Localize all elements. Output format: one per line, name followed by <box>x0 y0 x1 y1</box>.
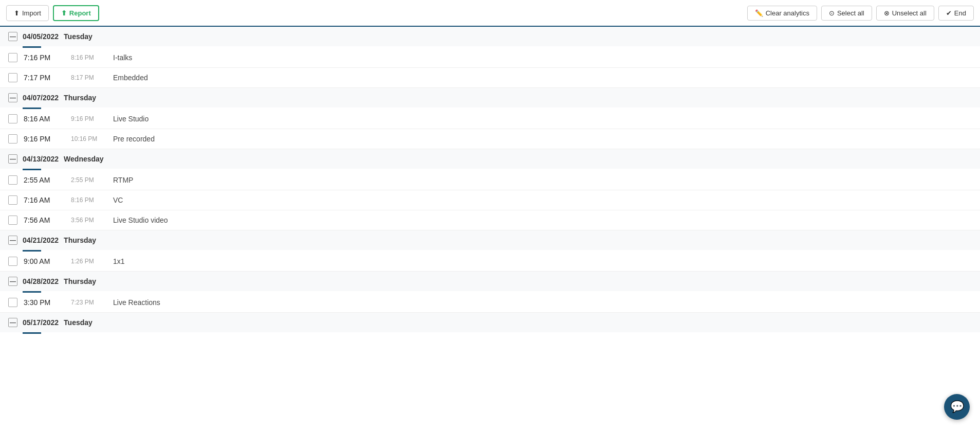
session-end-time: 7:23 PM <box>71 299 107 306</box>
group-header-g4[interactable]: — 04/21/2022 Thursday <box>0 230 980 250</box>
group-day: Wednesday <box>64 155 104 163</box>
session-checkbox[interactable] <box>8 195 17 205</box>
session-end-time: 8:17 PM <box>71 74 107 81</box>
select-all-icon: ⊙ <box>829 9 835 17</box>
content-area: — 04/05/2022 Tuesday 7:16 PM 8:16 PM I-t… <box>0 27 980 334</box>
session-name: I-talks <box>113 53 132 62</box>
session-checkbox[interactable] <box>8 298 17 307</box>
group-header-g5[interactable]: — 04/28/2022 Thursday <box>0 272 980 291</box>
session-end-time: 3:56 PM <box>71 217 107 224</box>
group-day: Tuesday <box>64 32 93 41</box>
session-start-time: 7:16 AM <box>24 196 65 204</box>
group-header-g6[interactable]: — 05/17/2022 Tuesday <box>0 313 980 332</box>
group-date: 04/07/2022 <box>23 94 59 102</box>
session-start-time: 8:16 AM <box>24 115 65 123</box>
collapse-icon: — <box>8 318 17 327</box>
session-start-time: 2:55 AM <box>24 176 65 184</box>
session-name: Live Studio <box>113 115 149 123</box>
session-name: Pre recorded <box>113 135 155 143</box>
session-name: Live Studio video <box>113 216 168 224</box>
group-date: 04/21/2022 <box>23 236 59 244</box>
toolbar: ⬆ Import ⬆ Report ✏️ Clear analytics ⊙ S… <box>0 0 980 27</box>
group-date: 05/17/2022 <box>23 318 59 327</box>
clear-analytics-label: Clear analytics <box>766 9 809 17</box>
session-name: Embedded <box>113 74 148 82</box>
select-all-button[interactable]: ⊙ Select all <box>821 6 872 21</box>
table-row: 7:16 PM 8:16 PM I-talks <box>0 48 980 68</box>
session-end-time: 8:16 PM <box>71 196 107 204</box>
session-end-time: 2:55 PM <box>71 176 107 184</box>
clear-analytics-button[interactable]: ✏️ Clear analytics <box>747 6 817 21</box>
session-start-time: 7:17 PM <box>24 74 65 82</box>
collapse-icon: — <box>8 32 17 41</box>
group-underline-g6 <box>23 332 41 334</box>
table-row: 7:56 AM 3:56 PM Live Studio video <box>0 210 980 230</box>
report-label: Report <box>69 9 91 17</box>
group-day: Thursday <box>64 94 96 102</box>
group-date: 04/13/2022 <box>23 155 59 163</box>
group-date: 04/05/2022 <box>23 32 59 41</box>
group-date: 04/28/2022 <box>23 277 59 285</box>
unselect-all-label: Unselect all <box>892 9 927 17</box>
end-label: End <box>954 9 966 17</box>
import-button[interactable]: ⬆ Import <box>6 5 49 21</box>
session-end-time: 9:16 PM <box>71 115 107 122</box>
toolbar-right: ✏️ Clear analytics ⊙ Select all ⊗ Unsele… <box>747 6 974 21</box>
session-name: Live Reactions <box>113 298 160 307</box>
unselect-all-icon: ⊗ <box>884 9 890 17</box>
group-day: Tuesday <box>64 318 93 327</box>
session-checkbox[interactable] <box>8 175 17 185</box>
group-header-g1[interactable]: — 04/05/2022 Tuesday <box>0 27 980 46</box>
select-all-label: Select all <box>837 9 864 17</box>
report-icon: ⬆ <box>61 9 67 17</box>
session-start-time: 3:30 PM <box>24 298 65 307</box>
session-end-time: 8:16 PM <box>71 54 107 61</box>
session-end-time: 10:16 PM <box>71 135 107 142</box>
group-day: Thursday <box>64 277 96 285</box>
table-row: 7:17 PM 8:17 PM Embedded <box>0 68 980 88</box>
table-row: 7:16 AM 8:16 PM VC <box>0 190 980 210</box>
session-end-time: 1:26 PM <box>71 258 107 265</box>
collapse-icon: — <box>8 93 17 102</box>
clear-analytics-icon: ✏️ <box>755 9 763 17</box>
group-day: Thursday <box>64 236 96 244</box>
session-start-time: 7:16 PM <box>24 53 65 62</box>
unselect-all-button[interactable]: ⊗ Unselect all <box>876 6 934 21</box>
session-checkbox[interactable] <box>8 114 17 123</box>
table-row: 3:30 PM 7:23 PM Live Reactions <box>0 293 980 313</box>
session-name: 1x1 <box>113 257 125 265</box>
group-header-g2[interactable]: — 04/07/2022 Thursday <box>0 88 980 107</box>
report-button[interactable]: ⬆ Report <box>53 5 99 21</box>
collapse-icon: — <box>8 154 17 164</box>
session-checkbox[interactable] <box>8 257 17 266</box>
session-checkbox[interactable] <box>8 216 17 225</box>
session-start-time: 7:56 AM <box>24 216 65 224</box>
session-start-time: 9:00 AM <box>24 257 65 265</box>
group-header-g3[interactable]: — 04/13/2022 Wednesday <box>0 149 980 169</box>
table-row: 9:16 PM 10:16 PM Pre recorded <box>0 129 980 149</box>
session-checkbox[interactable] <box>8 73 17 82</box>
session-name: RTMP <box>113 176 133 184</box>
end-button[interactable]: ✔ End <box>938 6 974 21</box>
end-icon: ✔ <box>946 9 952 17</box>
session-checkbox[interactable] <box>8 53 17 62</box>
collapse-icon: — <box>8 236 17 245</box>
table-row: 2:55 AM 2:55 PM RTMP <box>0 170 980 190</box>
import-icon: ⬆ <box>14 9 20 17</box>
session-start-time: 9:16 PM <box>24 135 65 143</box>
import-label: Import <box>22 9 41 17</box>
session-name: VC <box>113 196 123 204</box>
table-row: 9:00 AM 1:26 PM 1x1 <box>0 252 980 272</box>
collapse-icon: — <box>8 277 17 286</box>
table-row: 8:16 AM 9:16 PM Live Studio <box>0 109 980 129</box>
toolbar-left: ⬆ Import ⬆ Report <box>6 5 99 21</box>
session-checkbox[interactable] <box>8 134 17 144</box>
